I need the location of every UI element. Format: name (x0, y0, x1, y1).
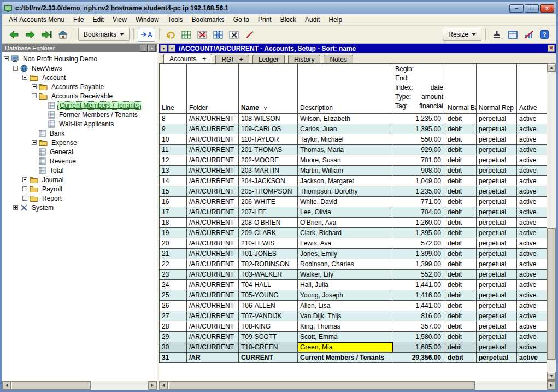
tree-item-journal[interactable]: Journal (2, 175, 157, 184)
tree-item-former-members-tenants[interactable]: Former Members / Tenants (2, 110, 157, 119)
cell-balance[interactable]: debit (445, 218, 477, 228)
cell-description[interactable]: Carlos, Juan (298, 124, 393, 134)
minimize-button[interactable]: – (509, 4, 524, 13)
cell-name[interactable]: T09-SCOTT (239, 332, 298, 342)
tree-item-report[interactable]: Report (2, 194, 157, 203)
cell-amount[interactable]: 1,416.00 (393, 290, 445, 301)
cell-line[interactable]: 11 (160, 145, 187, 155)
cell-active[interactable]: active (517, 114, 547, 124)
cell-rep[interactable]: perpetual (477, 124, 517, 134)
cell-description[interactable]: Thomas, Maria (298, 145, 393, 155)
cell-balance[interactable]: debit (445, 301, 477, 311)
cell-rep[interactable]: perpetual (477, 155, 517, 166)
cell-name[interactable]: T04-HALL (239, 280, 298, 290)
cell-balance[interactable]: debit (445, 259, 477, 270)
expand-plus-icon[interactable] (22, 186, 27, 191)
cell-folder[interactable]: /AR/CURRENT (187, 124, 239, 134)
cell-active[interactable]: active (517, 353, 547, 363)
cell-folder[interactable]: /AR/CURRENT (187, 342, 239, 353)
menu-view[interactable]: View (108, 15, 131, 25)
tree-item-account[interactable]: Account (2, 73, 157, 82)
cell-amount[interactable]: 1,605.00 (393, 342, 445, 353)
cell-name[interactable]: 209-CLARK (239, 228, 298, 238)
table-columns-button[interactable] (211, 28, 225, 42)
cell-folder[interactable]: /AR/CURRENT (187, 155, 239, 166)
cell-folder[interactable]: /AR/CURRENT (187, 321, 239, 332)
tree-item-total[interactable]: Total (2, 166, 157, 175)
cell-rep[interactable]: perpetual (477, 218, 517, 228)
cell-active[interactable]: active (517, 186, 547, 197)
pin-button[interactable]: ▪ (148, 45, 156, 52)
cell-rep[interactable]: perpetual (477, 207, 517, 218)
cell-amount[interactable]: 701.00 (393, 155, 445, 166)
cell-folder[interactable]: /AR/CURRENT (187, 186, 239, 197)
nav-dropdown-1-button[interactable]: ▼ (160, 45, 167, 52)
cell-name[interactable]: T10-GREEN (239, 342, 298, 353)
help-button[interactable]: ? (537, 28, 551, 42)
cell-active[interactable]: active (517, 238, 547, 249)
cell-balance[interactable]: debit (445, 176, 477, 186)
cell-amount[interactable]: 704.00 (393, 207, 445, 218)
table-hscrollbar[interactable]: ◄ ► (159, 381, 556, 390)
cell-balance[interactable]: debit (445, 280, 477, 290)
cell-amount[interactable]: 1,395.00 (393, 124, 445, 134)
cell-line[interactable]: 8 (160, 114, 187, 124)
cell-amount[interactable]: 552.00 (393, 270, 445, 280)
menu-file[interactable]: File (69, 15, 88, 25)
tree-item-payroll[interactable]: Payroll (2, 184, 157, 194)
cell-rep[interactable]: perpetual (477, 321, 517, 332)
cell-line[interactable]: 25 (160, 290, 187, 301)
cell-balance[interactable]: debit (445, 114, 477, 124)
cell-active[interactable]: active (517, 166, 547, 176)
cell-amount[interactable]: 357.00 (393, 321, 445, 332)
cell-description[interactable]: White, David (298, 197, 393, 207)
cell-line[interactable]: 27 (160, 311, 187, 321)
cell-rep[interactable]: perpetual (477, 353, 517, 363)
cell-description[interactable]: Martin, William (298, 166, 393, 176)
cell-name[interactable]: T02-ROBINSON (239, 259, 298, 270)
forward-end-arrow-button[interactable] (39, 28, 54, 42)
cell-description[interactable]: Jackson, Margaret (298, 176, 393, 186)
cell-amount[interactable]: 1,395.00 (393, 228, 445, 238)
tree-item-system[interactable]: System (2, 203, 157, 212)
cell-amount[interactable]: 1,399.00 (393, 259, 445, 270)
menu-edit[interactable]: Edit (88, 15, 108, 25)
back-arrow-button[interactable] (7, 28, 21, 42)
cell-active[interactable]: active (517, 176, 547, 186)
cell-amount[interactable]: 1,580.00 (393, 332, 445, 342)
cell-rep[interactable]: perpetual (477, 280, 517, 290)
cell-name[interactable]: 204-JACKSON (239, 176, 298, 186)
cell-folder[interactable]: /AR (187, 353, 239, 363)
explorer-hscroll-thumb[interactable] (11, 381, 91, 390)
cell-active[interactable]: active (517, 249, 547, 259)
cell-active[interactable]: active (517, 155, 547, 166)
cell-line[interactable]: 19 (160, 228, 187, 238)
cell-folder[interactable]: /AR/CURRENT (187, 166, 239, 176)
explorer-hscroll-track[interactable] (11, 381, 148, 390)
cell-description[interactable]: Hall, Julia (298, 280, 393, 290)
cell-amount[interactable]: 1,260.00 (393, 218, 445, 228)
cell-name[interactable]: 207-LEE (239, 207, 298, 218)
cell-name[interactable]: T08-KING (239, 321, 298, 332)
table-vscroll-thumb[interactable] (547, 228, 556, 360)
cell-name[interactable]: 206-WHITE (239, 197, 298, 207)
cell-description[interactable]: Young, Joseph (298, 290, 393, 301)
column-header-description[interactable]: Description (298, 64, 393, 114)
cell-name[interactable]: CURRENT (239, 353, 298, 363)
cell-line[interactable]: 30 (160, 342, 187, 353)
cell-rep[interactable]: perpetual (477, 332, 517, 342)
home-button[interactable] (56, 28, 70, 42)
undo-arrow-button[interactable] (163, 28, 178, 42)
expand-plus-icon[interactable] (32, 140, 37, 145)
cell-balance[interactable]: debit (445, 311, 477, 321)
cell-description[interactable]: King, Thomas (298, 321, 393, 332)
cell-folder[interactable]: /AR/CURRENT (187, 218, 239, 228)
explorer-scroll-left-button[interactable]: ◄ (2, 381, 11, 390)
cell-rep[interactable]: perpetual (477, 176, 517, 186)
tree-item-wait-list-applicants[interactable]: Wait-list Applicants (2, 119, 157, 128)
cell-balance[interactable]: debit (445, 353, 477, 363)
tab-plus-icon[interactable]: + (239, 56, 243, 63)
cell-amount[interactable]: 1,049.00 (393, 176, 445, 186)
cell-balance[interactable]: debit (445, 342, 477, 353)
cell-line[interactable]: 21 (160, 249, 187, 259)
